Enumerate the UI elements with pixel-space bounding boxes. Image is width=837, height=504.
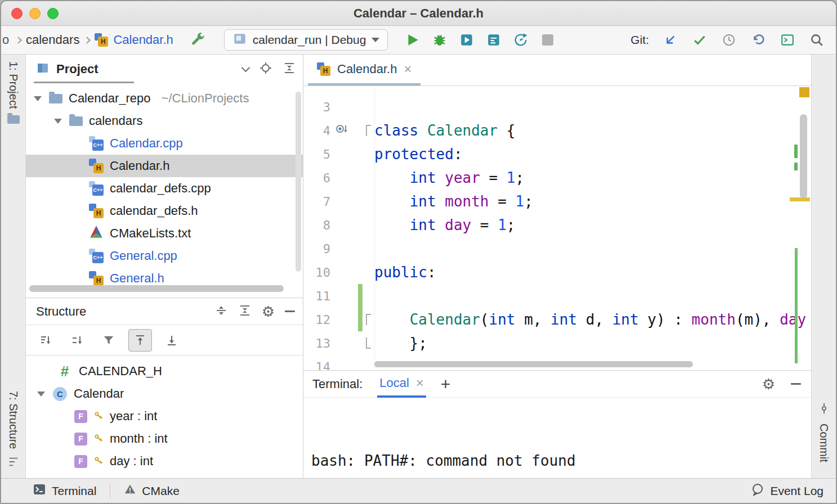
main-toolbar: o calendars H Calendar.h calendar_run | … [1,26,836,55]
terminal-tab-close-icon[interactable]: × [416,376,424,390]
new-terminal-session-button[interactable]: + [441,376,451,393]
statusbar-cmake-button[interactable]: CMake [124,483,180,498]
autoscroll-to-source-button[interactable] [128,329,152,352]
event-log-icon [751,483,764,499]
expand-all-icon[interactable] [214,304,228,320]
subclass-gutter-icon[interactable] [335,122,348,139]
terminal-header: Terminal: Local × + ⚙ [303,371,811,398]
tree-row-file-selected[interactable]: H Calendar.h [26,155,303,177]
commit-stripe-button[interactable]: Commit [812,402,836,462]
error-stripe-green-mark[interactable] [794,163,798,170]
structure-label: day : int [110,454,153,469]
vcs-change-marker [358,284,362,331]
run-config-select[interactable]: calendar_run | Debug [224,29,388,51]
tree-row-file[interactable]: H calendar_defs.h [26,200,303,222]
view-options-chevron-icon[interactable] [241,64,250,73]
error-stripe-warning-mark[interactable] [790,197,810,201]
structure-row-field[interactable]: F day : int [26,450,303,472]
git-update-button[interactable] [660,30,681,50]
h-file-icon: H [89,159,104,173]
search-everywhere-button[interactable] [807,30,827,50]
line-number: 11 [303,289,330,303]
line-number: 8 [303,218,330,232]
run-button[interactable] [402,30,423,50]
console-button[interactable] [777,30,798,50]
h-file-icon: H [317,62,330,76]
locate-file-icon[interactable] [259,61,272,77]
terminal-tab-local[interactable]: Local × [377,371,426,398]
project-stripe-button[interactable]: 1: Project [1,61,25,124]
chevron-expanded-icon[interactable] [36,392,46,397]
concurrency-button[interactable] [484,30,504,50]
horizontal-scrollbar[interactable] [29,285,284,292]
breadcrumb-folder[interactable]: calendars [26,33,79,47]
status-bar: Terminal CMake Event Log [1,478,836,503]
tab-close-icon[interactable]: × [404,62,411,76]
editor-horizontal-scrollbar[interactable] [374,361,693,367]
terminal-hide-icon[interactable] [791,383,801,385]
structure-row-class[interactable]: C Calendar [26,382,303,405]
tree-row-file[interactable]: C++ General.cpp [26,245,303,267]
history-button[interactable] [719,30,739,50]
terminal-tab-label: Local [379,376,409,390]
run-config-app-icon [232,32,247,48]
hide-panel-icon[interactable] [285,310,295,312]
structure-row-field[interactable]: F month : int [26,428,303,450]
close-button[interactable] [11,8,23,19]
field-icon: F [74,410,87,423]
code-line: 4 class Calendar { [303,119,811,142]
statusbar-terminal-button[interactable]: Terminal [33,483,96,499]
editor-vertical-scrollbar[interactable] [800,114,807,199]
collapse-all-icon[interactable] [283,61,296,77]
chevron-expanded-icon[interactable] [33,96,43,101]
fold-region-icon[interactable] [366,314,371,325]
stop-button[interactable] [538,30,558,50]
sort-by-type-button[interactable] [34,329,57,352]
terminal-output[interactable]: bash: PATH#: command not found (base) UN… [303,398,811,478]
code-editor[interactable]: 3 4 class Calendar { [303,86,811,370]
error-stripe-green-bar[interactable] [795,248,798,363]
inspection-status-square[interactable] [799,87,809,97]
coverage-button[interactable] [456,30,477,50]
editor-tab-calendar-h[interactable]: H Calendar.h × [308,55,420,86]
code-line: 11 [303,284,811,308]
filter-button[interactable] [97,329,120,352]
event-log-button[interactable]: Event Log [751,483,823,499]
structure-row-field[interactable]: F year : int [26,405,303,428]
settings-gear-icon[interactable]: ⚙ [262,304,275,319]
terminal-settings-gear-icon[interactable]: ⚙ [762,377,775,392]
fold-region-icon[interactable] [366,125,371,136]
tree-row-file[interactable]: C++ calendar_defs.cpp [26,177,303,200]
code-lines: 3 4 class Calendar { [303,86,811,370]
code-line: 12 Calendar(int m, int d, int y) : month… [303,308,811,331]
structure-stripe-button[interactable]: 7: Structure [1,391,25,470]
rollback-button[interactable] [748,30,768,50]
tree-row-file[interactable]: C++ Calendar.cpp [26,132,303,155]
autoscroll-from-source-button[interactable] [160,329,183,352]
structure-row-define[interactable]: # CALENDAR_H [26,360,303,382]
tree-row-file[interactable]: CMakeLists.txt [26,222,303,245]
code-text: class Calendar { [374,122,515,139]
debug-button[interactable] [429,30,450,50]
line-number: 10 [303,266,330,280]
gutter [330,308,374,331]
zoom-button[interactable] [47,8,59,19]
chevron-expanded-icon[interactable] [53,119,63,124]
build-wrench-icon[interactable] [188,30,208,50]
git-commit-button[interactable] [690,30,710,50]
profiler-button[interactable] [511,30,531,50]
error-stripe-green-mark[interactable] [794,145,798,158]
breadcrumb-partial[interactable]: o [2,33,11,47]
fold-end-icon[interactable] [366,338,371,349]
sort-alphabetically-button[interactable] [65,329,89,352]
minimize-button[interactable] [29,8,41,19]
collapse-all-icon[interactable] [238,304,252,320]
code-token: ( [480,311,489,328]
tree-row-project-root[interactable]: Calendar_repo ~/CLionProjects [26,87,303,110]
breadcrumb-file[interactable]: Calendar.h [113,33,173,47]
editor-column: H Calendar.h × 3 4 [303,55,811,478]
code-text: public: [374,264,436,281]
vertical-scrollbar[interactable] [296,92,301,272]
tree-row-calendars-folder[interactable]: calendars [26,110,303,132]
code-token [418,122,427,139]
